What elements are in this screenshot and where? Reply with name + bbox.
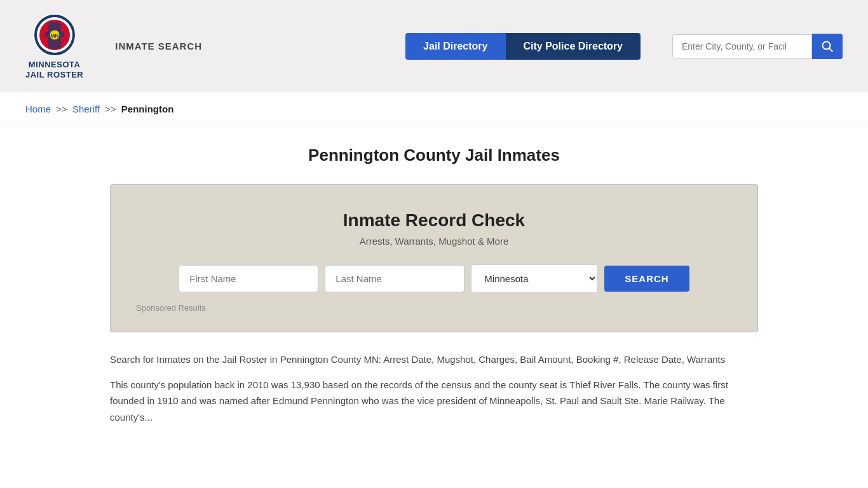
breadcrumb-home[interactable]: Home [25,104,51,114]
last-name-input[interactable] [325,265,465,292]
mn-logo-icon: MN [32,13,77,57]
record-check-box: Inmate Record Check Arrests, Warrants, M… [110,184,758,332]
inmate-search-label: INMATE SEARCH [115,41,202,51]
sponsored-results-label: Sponsored Results [136,303,732,313]
breadcrumb: Home >> Sheriff >> Pennington [0,92,868,126]
state-select[interactable]: Minnesota [471,264,598,293]
breadcrumb-sep1: >> [56,104,67,114]
jail-directory-tab[interactable]: Jail Directory [405,33,505,60]
header-search-button[interactable] [812,34,843,59]
search-icon [821,40,834,53]
city-police-directory-tab[interactable]: City Police Directory [506,33,641,60]
site-header: MN MINNESOTA JAIL ROSTER INMATE SEARCH J… [0,0,868,92]
record-search-button[interactable]: SEARCH [604,266,689,292]
breadcrumb-sep2: >> [105,104,116,114]
header-search-bar [672,34,843,59]
record-check-form: Minnesota SEARCH [136,264,732,293]
page-title: Pennington County Jail Inmates [110,146,758,165]
svg-line-6 [829,48,832,51]
body-text: Search for Inmates on the Jail Roster in… [110,351,758,425]
nav-tabs: Jail Directory City Police Directory [405,33,641,60]
header-search-input[interactable] [672,34,812,58]
first-name-input[interactable] [179,265,318,292]
breadcrumb-current: Pennington [121,104,174,114]
svg-text:MN: MN [50,33,58,39]
logo-text: MINNESOTA JAIL ROSTER [25,60,83,79]
body-paragraph-2: This county's population back in 2010 wa… [110,377,758,426]
record-check-title: Inmate Record Check [136,210,732,231]
main-content: Pennington County Jail Inmates Inmate Re… [85,126,783,453]
record-check-subtitle: Arrests, Warrants, Mugshot & More [136,236,732,247]
breadcrumb-sheriff[interactable]: Sheriff [72,104,100,114]
logo-area: MN MINNESOTA JAIL ROSTER [25,13,83,79]
body-paragraph-1: Search for Inmates on the Jail Roster in… [110,351,758,368]
